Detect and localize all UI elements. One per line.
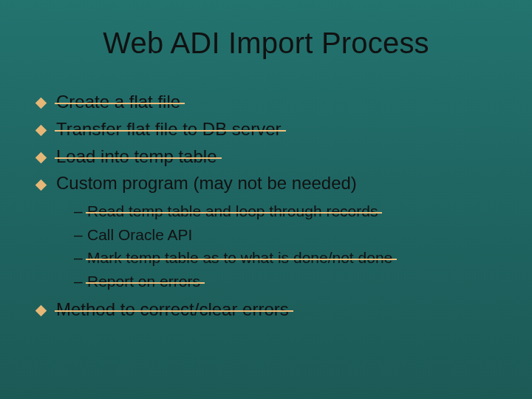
bullet-label: Create a flat file [56,92,180,112]
strike-text: Transfer flat file to DB server [56,119,282,139]
sub-bullet-item: Mark temp table as to what is done/not d… [74,246,497,270]
sub-bullet-item: Call Oracle API [74,223,497,247]
sub-bullet-label: Mark temp table as to what is done/not d… [87,249,392,266]
sub-bullet-item: Report on errors [74,270,497,293]
bullet-item: Transfer flat file to DB server [35,117,497,143]
slide-title: Web ADI Import Process [35,27,497,60]
diamond-bullet-icon [35,98,47,109]
sub-bullet-item: Read temp table and loop through records [74,200,497,223]
diamond-bullet-icon [35,179,47,191]
bullet-text: Transfer flat file to DB server [56,119,282,139]
bullet-label: Load into temp table [56,146,217,166]
strike-text: Read temp table and loop through records [87,202,378,219]
strike-text: Create a flat file [56,92,180,112]
bullet-list: Create a flat fileTransfer flat file to … [35,89,497,323]
diamond-bullet-icon [35,152,47,164]
bullet-text: Method to correct/clear errors [56,299,289,319]
bullet-label: Method to correct/clear errors [56,299,289,319]
sub-bullet-list: Read temp table and loop through records… [56,200,497,293]
bullet-label: Custom program (may not be needed) [56,173,357,193]
bullet-text: Custom program (may not be needed) [56,173,357,193]
bullet-item: Load into temp table [35,144,497,170]
strike-text: Load into temp table [56,146,217,166]
slide: Web ADI Import Process Create a flat fil… [0,0,532,399]
strike-text: Mark temp table as to what is done/not d… [87,249,392,266]
bullet-item: Create a flat file [35,89,497,115]
diamond-bullet-icon [35,125,47,137]
bullet-text: Load into temp table [56,146,217,166]
sub-bullet-label: Call Oracle API [87,226,192,243]
sub-bullet-label: Read temp table and loop through records [87,202,378,219]
bullet-item: Custom program (may not be needed)Read t… [35,171,497,293]
bullet-item: Method to correct/clear errors [35,297,497,323]
bullet-label: Transfer flat file to DB server [56,119,282,139]
sub-bullet-label: Report on errors [87,273,200,290]
strike-text: Method to correct/clear errors [56,299,289,319]
diamond-bullet-icon [35,305,47,317]
strike-text: Report on errors [87,273,200,290]
bullet-text: Create a flat file [56,92,180,112]
